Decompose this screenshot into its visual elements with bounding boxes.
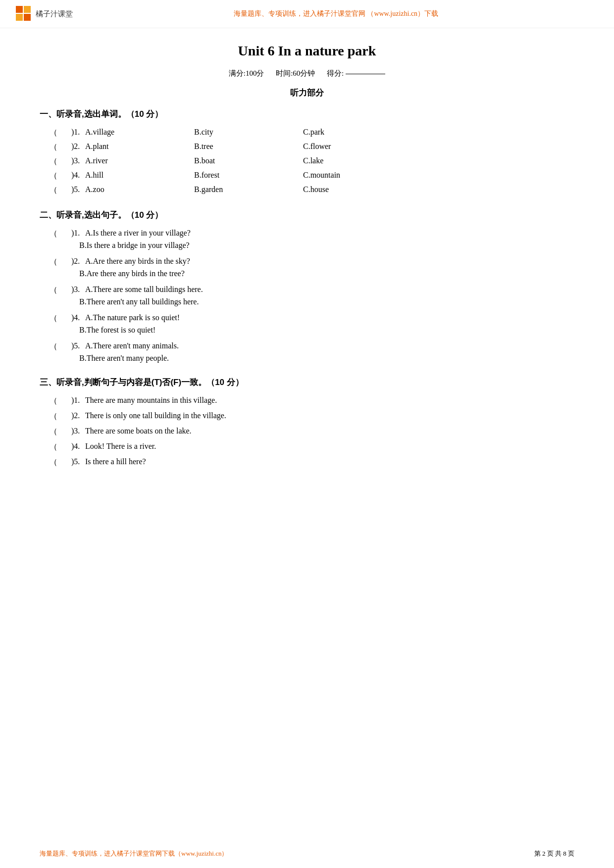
paren: （ [50,156,59,167]
table-row: （ )3. There are some boats on the lake. [40,427,574,437]
section-one-title: 一、听录音,选出单词。（10 分） [40,109,163,119]
q-options: A.village B.city C.park [85,128,574,137]
svg-rect-2 [16,14,23,21]
table-row: （ )5. A.There aren't many animals. B.The… [40,341,574,363]
paren-close [60,427,70,435]
score-input-line [346,74,385,74]
paren-close [60,229,70,238]
score-info-line: 满分:100分 时间:60分钟 得分: [40,69,574,78]
q-num: )5. [71,341,85,350]
section-two-row: （ )3. A.There are some tall buildings he… [40,285,574,295]
svg-rect-0 [16,6,23,13]
question-text: There is only one tall building in the v… [85,411,226,420]
section-two-header: 二、听录音,选出句子。（10 分） [40,209,574,221]
table-row: （ )2. A.Are there any birds in the sky? … [40,257,574,278]
paren: （ [50,442,59,452]
option-c: C.house [303,185,372,194]
logo-icon [15,5,33,23]
q-num: )3. [71,427,85,435]
question-text: Is there a hill here? [85,457,146,466]
q-num: )1. [71,229,85,238]
paren-close [60,396,70,405]
section-two-row: （ )1. A.Is there a river in your village… [40,229,574,239]
option-b: B.There aren't any tall buildings here. [40,297,574,306]
option-b: B.boat [194,156,263,165]
section-one-header: 一、听录音,选出单词。（10 分） [40,108,574,120]
paren-close [60,185,70,194]
header-tagline: 海量题库、专项训练，进入橘子汁课堂官网 （www.juzizhi.cn）下载 [73,9,599,18]
q-num: )4. [71,171,85,180]
q-num: )3. [71,156,85,165]
svg-rect-1 [24,6,31,13]
paren-close [60,142,70,151]
q-num: )5. [71,457,85,466]
table-row: （ )1. There are many mountains in this v… [40,396,574,406]
paren: （ [50,257,59,267]
option-a: A.river [85,156,154,165]
q-num: )4. [71,442,85,451]
table-row: （ )3. A.There are some tall buildings he… [40,285,574,306]
section-three-header: 三、听录音,判断句子与内容是(T)否(F)一致。（10 分） [40,377,574,388]
paren: （ [50,128,59,138]
full-score-label: 满分:100分 [229,69,264,77]
section-three-title: 三、听录音,判断句子与内容是(T)否(F)一致。（10 分） [40,378,244,387]
paren-close [60,257,70,266]
page-footer: 海量题库、专项训练，进入橘子汁课堂官网下载（www.juzizhi.cn） 第 … [0,849,614,858]
table-row: （ )2. A.plant B.tree C.flower [40,142,574,152]
paren-close [60,313,70,322]
section-two-row: （ )5. A.There aren't many animals. [40,341,574,352]
table-row: （ )4. A.hill B.forest C.mountain [40,171,574,181]
listening-section-title: 听力部分 [40,87,574,98]
logo-text: 橘子汁课堂 [36,9,73,19]
logo-area: 橘子汁课堂 [15,5,73,23]
option-b: B.Is there a bridge in your village? [40,241,574,250]
option-b: B.garden [194,185,263,194]
paren-close [60,411,70,420]
paren: （ [50,341,59,352]
option-a: A.There are some tall buildings here. [85,285,203,294]
q-options: A.river B.boat C.lake [85,156,574,165]
paren: （ [50,229,59,239]
option-c: C.park [303,128,372,137]
option-a: A.village [85,128,154,137]
score-label: 得分: [327,69,344,77]
page-content: Unit 6 In a nature park 满分:100分 时间:60分钟 … [0,28,614,502]
paren: （ [50,313,59,324]
option-a: A.Are there any birds in the sky? [85,257,190,266]
q-num: )4. [71,313,85,322]
table-row: （ )2. There is only one tall building in… [40,411,574,422]
option-a: A.The nature park is so quiet! [85,313,180,322]
q-num: )1. [71,128,85,137]
q-options: A.zoo B.garden C.house [85,185,574,194]
table-row: （ )1. A.village B.city C.park [40,128,574,138]
q-num: )2. [71,142,85,151]
paren-close [60,128,70,137]
option-a: A.zoo [85,185,154,194]
paren: （ [50,427,59,437]
paren: （ [50,457,59,468]
section-three-questions: （ )1. There are many mountains in this v… [40,396,574,468]
time-label: 时间:60分钟 [276,69,315,77]
paren-close [60,341,70,350]
option-a: A.Is there a river in your village? [85,229,191,238]
footer-right-text: 第 2 页 共 8 页 [534,849,574,858]
paren-close [60,457,70,466]
option-c: C.mountain [303,171,372,180]
table-row: （ )3. A.river B.boat C.lake [40,156,574,167]
option-a: A.plant [85,142,154,151]
q-num: )2. [71,257,85,266]
table-row: （ )5. A.zoo B.garden C.house [40,185,574,195]
q-num: )3. [71,285,85,294]
table-row: （ )4. Look! There is a river. [40,442,574,452]
main-title: Unit 6 In a nature park [40,43,574,59]
table-row: （ )4. A.The nature park is so quiet! B.T… [40,313,574,335]
q-num: )1. [71,396,85,405]
table-row: （ )5. Is there a hill here? [40,457,574,468]
section-one-questions: （ )1. A.village B.city C.park （ )2. A.pl… [40,128,574,195]
paren: （ [50,411,59,422]
paren: （ [50,171,59,181]
svg-rect-3 [24,14,31,21]
section-two-row: （ )2. A.Are there any birds in the sky? [40,257,574,267]
option-b: B.Are there any birds in the tree? [40,269,574,278]
option-c: C.lake [303,156,372,165]
